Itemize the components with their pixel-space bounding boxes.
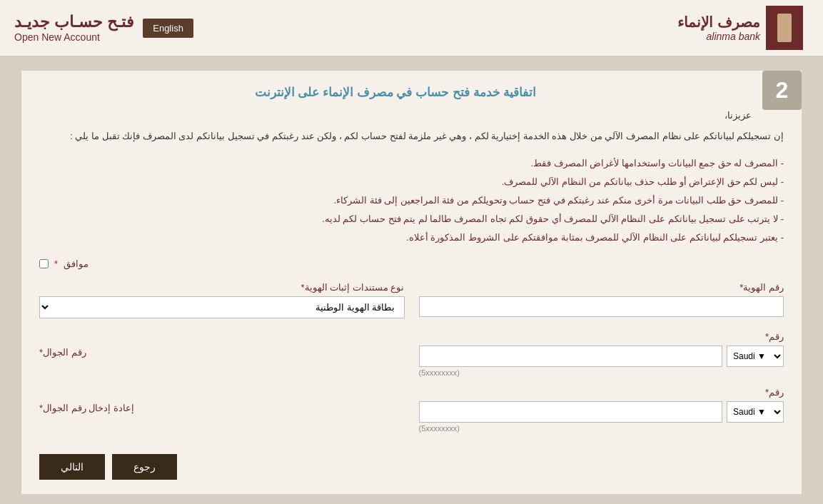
back-button[interactable]: رجوع	[112, 454, 177, 480]
confirm-mobile-input[interactable]	[419, 401, 723, 423]
logo-icon	[766, 6, 803, 50]
agreement-intro: إن تسجيلكم لبياناتكم على نظام المصرف الآ…	[39, 128, 784, 146]
page-title-arabic: فتـح حسـاب جديـد	[14, 13, 134, 31]
mobile-input[interactable]	[419, 346, 723, 367]
bullet-4: - لا يترتب على تسجيل بياناتكم على النظام…	[39, 210, 784, 228]
header: فتـح حسـاب جديـد Open New Account Englis…	[0, 0, 823, 56]
page-title-english: Open New Account	[14, 31, 134, 43]
confirm-mobile-label-col: إعادة إدخال رقم الجوال*	[39, 387, 405, 433]
mobile-country-select[interactable]: Saudi ▼	[727, 346, 784, 367]
bullet-3: - للمصرف حق طلب البيانات مرة أخرى منكم ع…	[39, 191, 784, 210]
confirm-mobile-row: رقم* Saudi ▼ (5xxxxxxxx) إعادة إدخال رقم…	[39, 387, 784, 433]
buttons-row: التالي رجوع	[39, 454, 784, 480]
agree-row: موافق *	[39, 258, 784, 269]
id-row: رقم الهوية* نوع مستندات إثبات الهوية* بط…	[39, 282, 784, 318]
step-wrapper: 2 اتفاقية خدمة فتح حساب في مصرف الإنماء …	[21, 71, 802, 494]
bullet-5: - يعتبر تسجيلكم لبياناتكم على النظام الآ…	[39, 228, 784, 247]
greeting: عزيزنا،	[39, 110, 784, 121]
agreement-title: اتفاقية خدمة فتح حساب في مصرف الإنماء عل…	[39, 85, 784, 100]
logo-icon-inner	[777, 14, 792, 42]
mobile-hint: (5xxxxxxxx)	[419, 368, 784, 377]
logo-english: alinma bank	[677, 31, 760, 42]
logo-arabic: مصرف الإنماء	[677, 14, 760, 31]
confirm-mobile-input-col: رقم* Saudi ▼ (5xxxxxxxx)	[419, 387, 784, 433]
bullet-2: - ليس لكم حق الإعتراض أو طلب حذف بياناتك…	[39, 173, 784, 191]
logo-area: مصرف الإنماء alinma bank	[677, 6, 809, 50]
agree-checkbox[interactable]	[39, 259, 49, 268]
confirm-mobile-hint: (5xxxxxxxx)	[419, 424, 784, 433]
main-content: 2 اتفاقية خدمة فتح حساب في مصرف الإنماء …	[0, 56, 823, 504]
header-left: فتـح حسـاب جديـد Open New Account Englis…	[14, 13, 193, 43]
mobile-input-col: رقم* Saudi ▼ (5xxxxxxxx)	[419, 331, 784, 377]
mobile-label: رقم الجوال*	[39, 347, 86, 358]
id-type-label: نوع مستندات إثبات الهوية*	[39, 282, 405, 293]
bullet-1: - المصرف له حق جمع البيانات واستخدامها ل…	[39, 154, 784, 173]
mobile-input-group: Saudi ▼	[419, 346, 784, 367]
page-title-block: فتـح حسـاب جديـد Open New Account	[14, 13, 134, 43]
id-type-select[interactable]: بطاقة الهوية الوطنية جواز السفر بطاقة ال…	[39, 296, 405, 318]
confirm-mobile-input-group: Saudi ▼	[419, 401, 784, 423]
id-type-group: نوع مستندات إثبات الهوية* بطاقة الهوية ا…	[39, 282, 405, 318]
english-button[interactable]: English	[143, 19, 193, 38]
mobile-raqm-label: رقم*	[419, 331, 784, 342]
agree-required-star: *	[54, 258, 58, 269]
mobile-label-col: رقم الجوال*	[39, 331, 405, 377]
content-box: اتفاقية خدمة فتح حساب في مصرف الإنماء عل…	[21, 71, 802, 494]
mobile-row: رقم* Saudi ▼ (5xxxxxxxx) رقم الجوال*	[39, 331, 784, 377]
logo-text: مصرف الإنماء alinma bank	[677, 14, 760, 42]
step-badge: 2	[762, 71, 802, 110]
confirm-country-select[interactable]: Saudi ▼	[727, 401, 784, 423]
confirm-mobile-label: إعادة إدخال رقم الجوال*	[39, 403, 134, 413]
confirm-raqm-label: رقم*	[419, 387, 784, 398]
agreement-bullets: - المصرف له حق جمع البيانات واستخدامها ل…	[39, 154, 784, 247]
next-button[interactable]: التالي	[39, 454, 105, 480]
id-number-group: رقم الهوية*	[419, 282, 784, 318]
mobile-section: رقم* Saudi ▼ (5xxxxxxxx) رقم الجوال*	[39, 331, 784, 433]
id-number-label: رقم الهوية*	[419, 282, 784, 293]
agree-label: موافق	[64, 258, 89, 269]
id-number-input[interactable]	[419, 296, 784, 317]
